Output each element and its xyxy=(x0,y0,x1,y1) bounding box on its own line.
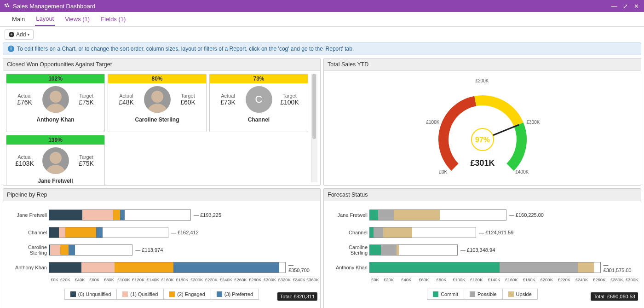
bar-segment[interactable] xyxy=(374,227,383,238)
rep-card[interactable]: 80%Actual£48KTarget£60KCaroline Sterling xyxy=(108,74,207,132)
row-total: — £103,348.94 xyxy=(460,247,495,253)
tab-layout[interactable]: Layout xyxy=(35,12,55,26)
avatar xyxy=(42,147,69,174)
bar-segment[interactable] xyxy=(500,262,578,273)
bar-segment[interactable] xyxy=(81,262,114,273)
bar-segment[interactable] xyxy=(82,210,113,220)
gauge-tick: £300K xyxy=(527,120,540,125)
bar-segment[interactable] xyxy=(49,227,59,238)
bar-segment[interactable] xyxy=(578,262,594,273)
bar-segment[interactable] xyxy=(49,262,81,273)
chevron-down-icon: ▾ xyxy=(28,33,29,37)
legend-swatch xyxy=(470,291,475,297)
panel-total-sales-ytd: Total Sales YTD 97% £301K £0K £100K £200… xyxy=(323,58,641,186)
row-total: — £301,575.00 xyxy=(604,262,634,273)
bar-segment[interactable] xyxy=(113,210,120,220)
add-button[interactable]: + Add ▾ xyxy=(5,29,34,40)
actual-label: Actual xyxy=(214,93,242,99)
tab-views[interactable]: Views (1) xyxy=(64,13,91,25)
bar-segment[interactable] xyxy=(394,210,440,220)
legend-item[interactable]: Possible xyxy=(464,289,503,299)
target-label: Target xyxy=(276,93,304,99)
dashboard-icon xyxy=(4,2,10,10)
rep-card[interactable]: 139%Actual£103KTarget£75KJane Fretwell xyxy=(6,135,105,185)
x-axis-ticks: £0K£20K£40K£60K£80K£100K£120K£140K£160K£… xyxy=(371,277,634,282)
target-value: £60K xyxy=(174,99,202,106)
x-axis-ticks: £0K£20K£40K£60K£80K£100K£120K£140K£160K£… xyxy=(51,277,314,282)
svg-point-2 xyxy=(6,6,7,7)
bar-segment[interactable] xyxy=(397,245,399,255)
panel-title: Total Sales YTD xyxy=(324,58,641,71)
bar-segment[interactable] xyxy=(369,245,381,255)
bar-segment[interactable] xyxy=(369,227,374,238)
view-tabs: Main Layout Views (1) Fields (1) xyxy=(0,12,644,27)
avatar: C xyxy=(246,86,272,113)
actual-label: Actual xyxy=(113,93,140,99)
bar-segment[interactable] xyxy=(96,227,103,238)
bar-segment[interactable] xyxy=(59,227,65,238)
category-label: Channel xyxy=(330,230,369,235)
target-value: £75K xyxy=(73,99,100,106)
category-label: Channel xyxy=(10,230,49,235)
row-total: — £124,911.59 xyxy=(479,230,513,235)
legend-item[interactable]: (1) Qualified xyxy=(117,289,164,299)
legend-swatch xyxy=(169,291,175,297)
toolbar: + Add ▾ xyxy=(0,27,644,42)
scrollbar[interactable] xyxy=(311,74,317,182)
bar-segment[interactable] xyxy=(378,210,394,220)
gauge: 97% £301K £0K £100K £200K £300K £400K xyxy=(418,77,547,179)
percent-badge: 73% xyxy=(210,74,308,83)
target-label: Target xyxy=(174,93,202,99)
legend-item[interactable]: (2) Engaged xyxy=(164,289,211,299)
legend-item[interactable]: Upside xyxy=(503,289,537,299)
bar-segment[interactable] xyxy=(49,210,82,220)
target-label: Target xyxy=(73,154,100,160)
category-label: Anthony Khan xyxy=(10,265,49,270)
percent-badge: 139% xyxy=(6,135,104,145)
bar-row: Channel— £162,412 xyxy=(10,224,314,241)
bar-row: Anthony Khan— £301,575.00 xyxy=(330,259,634,276)
bar-segment[interactable] xyxy=(173,262,279,273)
bar-segment[interactable] xyxy=(120,210,125,220)
actual-value: £73K xyxy=(214,99,242,106)
bar-segment[interactable] xyxy=(115,262,174,273)
legend-swatch xyxy=(508,291,514,297)
info-bar: i To edit filters on a Chart, or to chan… xyxy=(3,42,641,55)
maximize-icon[interactable]: ⤢ xyxy=(621,3,629,10)
row-total: — £162,412 xyxy=(171,230,199,235)
minimize-icon[interactable]: — xyxy=(610,3,618,10)
target-value: £100K xyxy=(276,99,304,106)
gauge-percent: 97% xyxy=(475,136,489,144)
bar-segment[interactable] xyxy=(50,245,61,255)
tab-fields[interactable]: Fields (1) xyxy=(100,13,126,25)
legend-label: (0) Unqualified xyxy=(78,291,111,297)
legend-item[interactable]: (0) Unqualified xyxy=(65,289,117,299)
percent-badge: 80% xyxy=(108,74,206,83)
legend-item[interactable]: Commit xyxy=(427,289,464,299)
legend-label: Possible xyxy=(477,291,497,297)
panel-closed-won: Closed Won Opportunities Against Target … xyxy=(3,58,321,186)
bar-segment[interactable] xyxy=(60,245,69,255)
actual-value: £103K xyxy=(11,160,39,167)
gauge-tick: £100K xyxy=(426,120,440,125)
total-badge: Total: £820,311 xyxy=(277,292,317,301)
bar-segment[interactable] xyxy=(369,262,500,273)
close-icon[interactable]: ✕ xyxy=(632,3,640,10)
legend-item[interactable]: (3) Preferred xyxy=(211,289,259,299)
actual-label: Actual xyxy=(11,93,39,99)
legend-label: (1) Qualified xyxy=(130,291,158,297)
bar-segment[interactable] xyxy=(383,227,412,238)
bar-segment[interactable] xyxy=(369,210,378,220)
target-label: Target xyxy=(73,93,100,99)
category-label: Jane Fretwell xyxy=(10,212,49,218)
tab-main[interactable]: Main xyxy=(11,13,26,25)
rep-card[interactable]: 102%Actual£76KTarget£75KAnthony Khan xyxy=(6,74,105,132)
bar-row: Anthony Khan— £350,700 xyxy=(10,259,314,276)
bar-segment[interactable] xyxy=(69,245,75,255)
panel-title: Forecast Status xyxy=(324,189,641,201)
category-label: Anthony Khan xyxy=(330,265,369,270)
total-badge: Total: £690,060.53 xyxy=(591,292,638,301)
bar-segment[interactable] xyxy=(381,245,397,255)
rep-card[interactable]: 73%Actual£73KCTarget£100KChannel xyxy=(209,74,308,132)
bar-segment[interactable] xyxy=(65,227,96,238)
